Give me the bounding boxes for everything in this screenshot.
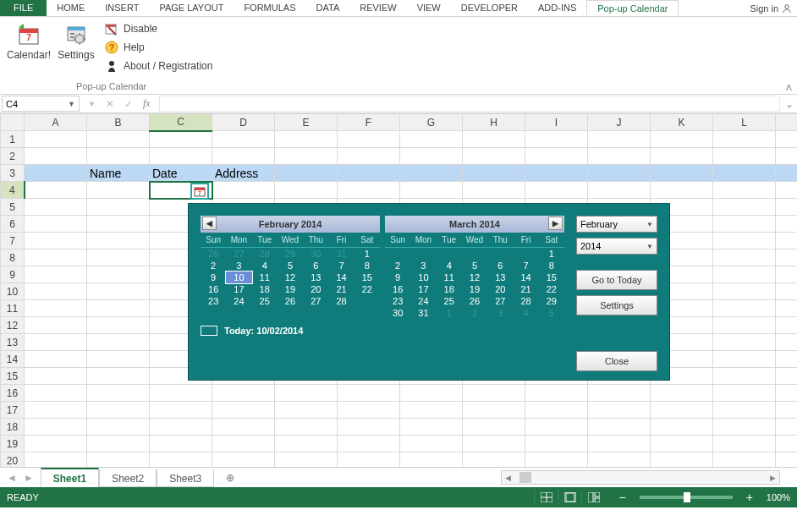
cell[interactable] (713, 266, 776, 283)
zoom-in-button[interactable]: + (743, 491, 756, 504)
cell[interactable] (87, 385, 150, 402)
calendar-day[interactable]: 27 (303, 295, 328, 307)
cell[interactable] (588, 436, 651, 452)
cell[interactable] (275, 436, 338, 452)
cell[interactable] (275, 419, 338, 436)
cell[interactable] (150, 419, 212, 436)
cell[interactable] (713, 351, 776, 368)
calendar-day[interactable]: 26 (462, 295, 487, 307)
calendar-day[interactable]: 25 (437, 295, 462, 307)
cell[interactable] (212, 402, 275, 419)
calendar-day[interactable]: 2 (385, 260, 410, 271)
fx-icon[interactable]: fx (143, 97, 151, 110)
cell[interactable] (25, 216, 87, 233)
tab-developer[interactable]: DEVELOPER (451, 0, 528, 16)
row-header[interactable]: 19 (1, 436, 25, 452)
calendar-day[interactable]: 29 (539, 295, 564, 307)
calendar-day[interactable]: 3 (487, 307, 513, 319)
row-header[interactable]: 11 (1, 300, 25, 317)
calendar-day[interactable]: 6 (303, 260, 328, 271)
column-header[interactable]: K (651, 114, 713, 131)
row-header[interactable]: 9 (1, 266, 25, 283)
cell[interactable] (25, 419, 87, 436)
calendar-day[interactable]: 6 (487, 260, 513, 271)
cell[interactable] (651, 436, 713, 452)
calendar-day[interactable]: 4 (252, 260, 278, 271)
cell[interactable] (776, 216, 798, 233)
column-header[interactable]: C (150, 114, 212, 131)
cell[interactable] (776, 436, 798, 452)
cell[interactable] (588, 148, 651, 165)
prev-month-button[interactable]: ◀ (202, 217, 217, 230)
calendar-day[interactable]: 14 (513, 271, 538, 283)
cell[interactable] (25, 182, 87, 199)
calendar-day[interactable]: 2 (201, 260, 226, 271)
cell[interactable] (713, 300, 776, 317)
cell[interactable] (400, 385, 463, 402)
tab-popup-calendar[interactable]: Pop-up Calendar (586, 0, 679, 16)
add-sheet-button[interactable]: ⊕ (214, 468, 246, 487)
cell[interactable] (776, 182, 798, 199)
cell[interactable] (25, 300, 87, 317)
cell[interactable] (776, 300, 798, 317)
cancel-icon[interactable]: ✕ (106, 98, 114, 110)
row-header[interactable]: 20 (1, 452, 25, 468)
calendar-day[interactable]: 3 (410, 260, 436, 271)
cell[interactable] (525, 148, 588, 165)
calendar-day[interactable]: 7 (328, 260, 354, 271)
tab-data[interactable]: DATA (306, 0, 350, 16)
cell[interactable] (87, 148, 150, 165)
cell[interactable] (87, 351, 150, 368)
cell[interactable] (400, 436, 463, 452)
calendar-day[interactable]: 8 (355, 260, 380, 271)
calendar-day[interactable]: 1 (437, 307, 462, 319)
calendar-day[interactable]: 13 (487, 271, 513, 283)
calendar-settings-button[interactable]: Settings (576, 295, 657, 315)
cell[interactable] (275, 131, 338, 148)
cell[interactable] (776, 131, 798, 148)
cell[interactable] (400, 182, 463, 199)
cell[interactable] (651, 131, 713, 148)
settings-big-button[interactable]: Settings (52, 20, 100, 74)
cell[interactable] (776, 233, 798, 250)
column-header[interactable]: L (713, 114, 776, 131)
cell[interactable] (338, 148, 400, 165)
calendar-day[interactable]: 24 (410, 295, 436, 307)
calendar-day[interactable]: 18 (437, 283, 462, 295)
calendar-day[interactable]: 27 (226, 248, 251, 260)
cell[interactable] (338, 385, 400, 402)
cell[interactable] (463, 402, 525, 419)
cell[interactable] (651, 385, 713, 402)
cell[interactable] (150, 148, 212, 165)
calendar-day[interactable]: 22 (355, 283, 380, 295)
formula-menu-icon[interactable]: ▼ (88, 100, 96, 108)
cell[interactable] (713, 233, 776, 250)
tab-insert[interactable]: INSERT (95, 0, 149, 16)
calendar-day[interactable]: 25 (252, 295, 278, 307)
cell[interactable] (776, 165, 798, 182)
calendar-day[interactable]: 21 (513, 283, 538, 295)
calendar-button[interactable]: 7 Calendar! (5, 20, 52, 74)
cell[interactable] (588, 385, 651, 402)
formula-input[interactable] (159, 96, 780, 112)
row-header[interactable]: 10 (1, 283, 25, 300)
sheet-tab-3[interactable]: Sheet3 (157, 469, 214, 487)
cell[interactable] (776, 402, 798, 419)
cell[interactable] (400, 148, 463, 165)
cell[interactable] (212, 131, 275, 148)
cell[interactable] (463, 452, 525, 468)
row-header[interactable]: 18 (1, 419, 25, 436)
calendar-day[interactable]: 3 (226, 260, 251, 271)
calendar-day[interactable]: 12 (462, 271, 487, 283)
cell[interactable] (588, 165, 651, 182)
cell[interactable] (713, 148, 776, 165)
cell[interactable] (275, 452, 338, 468)
cell[interactable] (25, 199, 87, 216)
calendar-day[interactable]: 24 (226, 295, 251, 307)
calendar-day[interactable]: 23 (385, 295, 410, 307)
today-link[interactable]: Today: 10/02/2014 (201, 326, 564, 336)
cell[interactable] (87, 216, 150, 233)
row-header[interactable]: 3 (1, 165, 25, 182)
calendar-day[interactable]: 11 (437, 271, 462, 283)
cell[interactable] (463, 419, 525, 436)
